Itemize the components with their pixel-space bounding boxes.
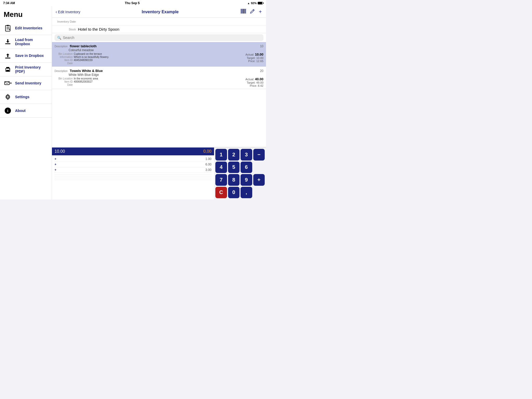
item1-info-value: Which is so beautifully flowery. [74,56,109,58]
content-area: Inventory Date Stock 🔍 [52,18,266,200]
item2-price-label: Price: [250,84,258,87]
item2-price-value: 8.42 [258,84,263,87]
inventory-date-row: Inventory Date [52,18,266,25]
keypad-btn-plus[interactable]: + [253,174,265,186]
svg-rect-22 [246,9,246,14]
history-val-2: 6.00 [60,163,211,166]
search-input[interactable] [63,36,261,40]
keypad-btn-3[interactable]: 3 [241,149,252,161]
keypad-btn-5[interactable]: 5 [228,162,240,173]
item1-price-value: 12.65 [256,59,263,63]
item2-subtitle: White With Blue Edge [69,73,263,77]
sidebar-item-about[interactable]: i About [0,104,52,118]
sidebar-label-about: About [15,109,25,113]
edit-icon[interactable] [249,8,256,16]
item1-subtitle: Colourful meadow [69,48,263,52]
svg-rect-16 [242,9,242,14]
item2-target-value: 49.00 [256,81,263,84]
download-icon [4,38,12,46]
header: ‹ Edit Inventory Inventory Example [52,6,266,18]
status-date: Thu Sep 5 [125,1,139,5]
keypad-btn-4[interactable]: 4 [215,162,227,173]
item2-left-details: Bin Location In the economic area Item I… [55,77,98,87]
history-row-4 [55,173,211,175]
item2-itemid-value: 4006952003027 [74,80,92,83]
keypad-display-row: 10.00 0,00 [52,148,214,155]
svg-line-23 [253,10,254,11]
stock-input[interactable] [78,27,263,31]
sidebar-item-settings[interactable]: Settings [0,90,52,104]
sidebar-label-load-dropbox: Load from Dropbox [15,38,48,46]
item1-target-value: 10.00 [256,56,263,59]
keypad-btn-clear[interactable]: C [215,187,227,198]
item1-actual-label: Actual: [245,53,255,56]
sidebar-item-load-dropbox[interactable]: Load from Dropbox [0,35,52,49]
keypad-history: + 1.00 + 6.00 + 3.00 [52,155,214,181]
item1-binloc-label: Bin Location [55,52,73,55]
keypad-btn-1[interactable]: 1 [215,149,227,161]
info-icon: i [4,107,12,115]
sidebar-label-settings: Settings [15,95,29,99]
svg-text:i: i [7,109,8,113]
inventory-item-1[interactable]: Description flower tablecloth 10 Colourf… [52,42,266,67]
keypad-new-value: 0,00 [203,149,211,154]
keypad-btn-7[interactable]: 7 [215,174,227,186]
item2-count: 20 [260,69,263,73]
item1-right-details: Actual: 10.00 Target: 10.00 Price: 12.65 [245,52,263,65]
keypad-btn-minus[interactable]: − [253,149,265,161]
item2-binloc-value: In the economic area [74,77,98,80]
back-chevron-icon: ‹ [56,10,57,14]
sidebar-label-send-inventory: Send Inventory [15,81,41,85]
status-time: 7:34 AM [3,1,15,5]
numpad: 1 2 3 − 4 5 6 7 8 9 + C 0 , [214,148,266,200]
item2-desc-label: Description [55,70,68,72]
inventory-date-input[interactable] [78,19,263,24]
battery-icon [258,2,263,4]
svg-rect-0 [5,25,10,31]
inventory-date-label: Inventory Date [55,20,78,23]
history-op-2: + [55,163,60,166]
inventory-item-2[interactable]: Description Towels White & Blue 20 White… [52,67,266,89]
search-icon: 🔍 [57,36,61,40]
inventory-panel: Inventory Date Stock 🔍 [52,18,266,200]
item1-left-details: Bin Location Cupboard on the terrace Inf… [55,52,109,65]
bottom-section: 10.00 0,00 + 1.00 + 6.00 [52,147,266,200]
keypad-btn-empty2 [253,187,265,198]
item1-name: flower tablecloth [70,44,96,48]
stock-label: Stock [55,28,78,31]
back-button[interactable]: ‹ Edit Inventory [56,10,80,14]
sidebar-label-edit-inventories: Edit Inventories [15,26,42,30]
keypad-btn-2[interactable]: 2 [228,149,240,161]
barcode-icon[interactable] [240,8,247,16]
svg-rect-18 [243,9,243,14]
item1-info-label: Information [55,56,73,58]
keypad-btn-0[interactable]: 0 [228,187,240,198]
item1-actual-value: 10.00 [255,52,263,56]
sidebar-item-edit-inventories[interactable]: Edit Inventories [0,21,52,35]
keypad-btn-9[interactable]: 9 [241,174,252,186]
keypad-btn-8[interactable]: 8 [228,174,240,186]
item2-name: Towels White & Blue [70,69,103,73]
item1-target-label: Target: [247,56,256,59]
item2-actual-value: 40.00 [255,77,263,81]
header-title: Inventory Example [80,10,240,14]
add-icon[interactable]: + [258,8,262,15]
stock-row: Stock [52,25,266,33]
history-row-7 [55,178,211,180]
item1-count: 10 [260,44,263,48]
header-actions: + [240,8,262,16]
item1-binloc-value: Cupboard on the terrace [74,52,102,55]
history-val-1: 1.00 [60,157,211,161]
back-label: Edit Inventory [58,10,80,14]
status-bar: 7:34 AM Thu Sep 5 92% [0,0,266,6]
svg-rect-5 [5,43,10,44]
item1-desc-label: Description [55,45,68,48]
history-row-2: + 6.00 [55,162,211,167]
sidebar-item-save-dropbox[interactable]: Save in Dropbox [0,49,52,63]
sidebar-item-send-inventory[interactable]: Send Inventory [0,76,52,90]
sidebar: Menu Edit Inventories [0,6,52,200]
sidebar-item-print-inventory[interactable]: Print Inventory (PDF) [0,63,52,76]
history-row-5 [55,175,211,176]
keypad-btn-6[interactable]: 6 [241,162,252,173]
keypad-btn-comma[interactable]: , [241,187,252,198]
